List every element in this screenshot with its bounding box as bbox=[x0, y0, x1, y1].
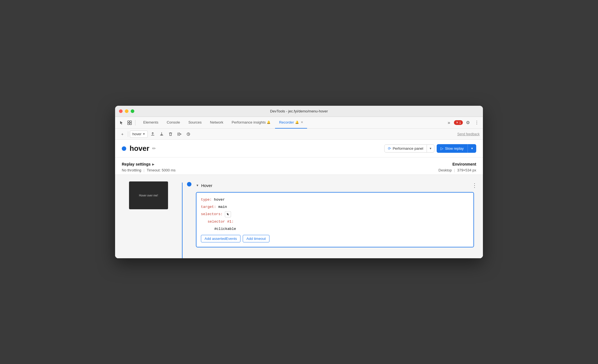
tab-bar-right: » ✕ 1 ⚙ ⋮ bbox=[445, 119, 481, 127]
tab-sources[interactable]: Sources bbox=[184, 117, 206, 129]
minimize-button[interactable] bbox=[125, 109, 128, 113]
svg-rect-0 bbox=[128, 121, 129, 122]
trash-icon bbox=[168, 132, 173, 136]
devtools-body: Elements Console Sources Network Perform… bbox=[115, 117, 483, 258]
code-type-val: hover bbox=[214, 198, 225, 202]
titlebar: DevTools - jec.fyi/demo/menu-hover bbox=[115, 106, 483, 117]
steps-list: ▼ Hover ⋮ type: hover bbox=[183, 175, 483, 258]
performance-panel-icon: ⟳ bbox=[388, 146, 391, 151]
slow-replay-main-btn[interactable]: ▷ Slow replay bbox=[437, 144, 468, 153]
expand-settings-icon: ▶ bbox=[152, 163, 154, 166]
inspect-icon-btn[interactable] bbox=[126, 119, 133, 127]
cursor-icon-btn[interactable] bbox=[117, 119, 125, 127]
tab-recorder[interactable]: Recorder 🔔 ✕ bbox=[275, 117, 307, 129]
tab-network[interactable]: Network bbox=[206, 117, 227, 129]
step-content: ▼ Hover ⋮ type: hover bbox=[196, 181, 478, 247]
code-target-val: main bbox=[218, 205, 227, 209]
cursor-icon bbox=[119, 120, 123, 125]
add-asserted-events-btn[interactable]: Add assertedEvents bbox=[201, 235, 240, 242]
window-title: DevTools - jec.fyi/demo/menu-hover bbox=[270, 109, 328, 113]
code-target-line: target: main bbox=[201, 204, 469, 210]
delete-btn[interactable] bbox=[167, 130, 174, 138]
tab-bar-icons bbox=[117, 119, 137, 127]
slow-replay-btn[interactable]: ▷ Slow replay ▼ bbox=[437, 144, 476, 153]
recording-status-dot bbox=[122, 146, 126, 151]
svg-rect-2 bbox=[128, 123, 129, 125]
performance-panel-dropdown-btn[interactable]: ▼ bbox=[427, 145, 434, 152]
tab-performance-insights[interactable]: Performance insights 🔔 bbox=[228, 117, 274, 129]
replay-settings-title[interactable]: Replay settings ▶ bbox=[122, 162, 439, 166]
add-recording-btn[interactable]: + bbox=[118, 130, 126, 138]
env-separator: | bbox=[454, 168, 455, 172]
environment-title: Environment bbox=[439, 162, 476, 166]
download-icon bbox=[159, 132, 164, 136]
edit-title-icon[interactable]: ✏ bbox=[152, 146, 156, 151]
inspect-icon bbox=[127, 120, 132, 125]
recording-header: hover ✏ ⟳ Performance panel ▼ ▷ Slow rep… bbox=[115, 140, 483, 158]
recorder-warning-icon: 🔔 bbox=[295, 120, 299, 124]
code-selector-num-key: selector #1: bbox=[208, 220, 234, 224]
code-type-key: type: bbox=[201, 198, 212, 202]
preview-label: Hover over me! bbox=[139, 194, 158, 197]
settings-btn[interactable]: ⚙ bbox=[464, 119, 472, 127]
tab-elements[interactable]: Elements bbox=[139, 117, 162, 129]
slow-replay-play-icon: ▷ bbox=[441, 146, 443, 151]
devtools-window: DevTools - jec.fyi/demo/menu-hover bbox=[115, 106, 483, 258]
code-selector-val: #clickable bbox=[214, 227, 236, 231]
step-dot-container bbox=[187, 182, 191, 186]
export-btn[interactable] bbox=[149, 130, 157, 138]
replay-btn[interactable] bbox=[176, 130, 183, 138]
toolbar-separator bbox=[128, 131, 128, 137]
error-badge[interactable]: ✕ 1 bbox=[454, 120, 463, 125]
tab-console[interactable]: Console bbox=[163, 117, 184, 129]
steps-preview: Hover over me! bbox=[115, 175, 182, 258]
code-selectors-line: selectors: bbox=[201, 211, 469, 217]
code-selector-val-line: #clickable bbox=[201, 226, 469, 232]
performance-panel-main-btn[interactable]: ⟳ Performance panel bbox=[385, 145, 427, 152]
replay-settings-section: Replay settings ▶ No throttling | Timeou… bbox=[115, 158, 483, 175]
step-header: ▼ Hover ⋮ bbox=[196, 181, 478, 189]
recording-name: hover bbox=[132, 132, 142, 136]
error-icon: ✕ bbox=[456, 121, 458, 124]
add-timeout-btn[interactable]: Add timeout bbox=[243, 235, 269, 242]
collapse-step-icon[interactable]: ▼ bbox=[196, 184, 199, 187]
performance-insights-warning-icon: 🔔 bbox=[267, 120, 271, 124]
slow-replay-dropdown-btn[interactable]: ▼ bbox=[468, 145, 476, 152]
step-row: ▼ Hover ⋮ type: hover bbox=[183, 179, 483, 250]
step-more-btn[interactable]: ⋮ bbox=[471, 181, 478, 189]
slow-replay-label: Slow replay bbox=[445, 146, 464, 151]
selector-chevron-icon: ▼ bbox=[143, 132, 145, 136]
svg-rect-1 bbox=[130, 121, 132, 122]
settings-right: Environment Desktop | 379×534 px bbox=[439, 162, 476, 172]
performance-panel-btn[interactable]: ⟳ Performance panel ▼ bbox=[384, 144, 434, 153]
send-feedback-link[interactable]: Send feedback bbox=[457, 132, 480, 136]
settings-left: Replay settings ▶ No throttling | Timeou… bbox=[122, 162, 439, 172]
recording-selector[interactable]: hover ▼ bbox=[130, 131, 148, 138]
step-code-box: type: hover target: main bbox=[196, 192, 474, 247]
maximize-button[interactable] bbox=[131, 109, 134, 113]
selector-inspect-btn[interactable] bbox=[225, 211, 231, 217]
tab-divider bbox=[135, 120, 135, 126]
code-target-key: target: bbox=[201, 205, 216, 209]
more-options-btn[interactable]: ⋮ bbox=[473, 119, 481, 127]
replay-settings-label: Replay settings bbox=[122, 162, 150, 166]
import-btn[interactable] bbox=[158, 130, 166, 138]
upload-icon bbox=[150, 132, 155, 136]
environment-platform: Desktop bbox=[439, 168, 452, 172]
slow-replay-icon bbox=[186, 132, 191, 136]
step-name: Hover bbox=[201, 183, 212, 188]
replay-icon bbox=[177, 132, 182, 136]
environment-meta: Desktop | 379×534 px bbox=[439, 168, 476, 172]
close-button[interactable] bbox=[119, 109, 123, 113]
tab-close-icon[interactable]: ✕ bbox=[301, 120, 303, 124]
settings-separator: | bbox=[144, 168, 144, 172]
preview-card: Hover over me! bbox=[129, 181, 168, 209]
more-replay-btn[interactable] bbox=[184, 130, 192, 138]
selector-cursor-icon bbox=[226, 213, 230, 216]
toolbar: + hover ▼ bbox=[115, 129, 483, 140]
code-type-line: type: hover bbox=[201, 197, 469, 203]
code-selector-num-line: selector #1: bbox=[201, 219, 469, 225]
step-actions: Add assertedEvents Add timeout bbox=[201, 235, 469, 242]
more-tabs-btn[interactable]: » bbox=[445, 119, 453, 127]
steps-area: Hover over me! bbox=[115, 175, 483, 258]
